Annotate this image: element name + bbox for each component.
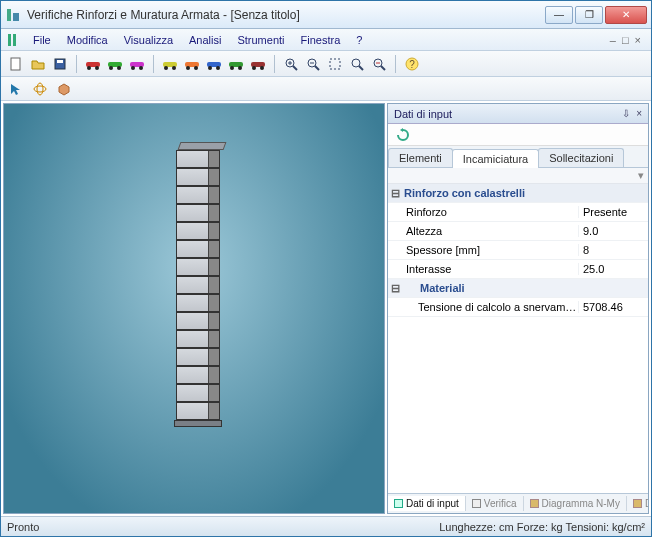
column-model <box>176 142 225 427</box>
menu-visualizza[interactable]: Visualizza <box>116 32 181 48</box>
svg-rect-6 <box>57 60 63 63</box>
new-icon[interactable] <box>7 55 25 73</box>
car-icon-5[interactable] <box>183 55 201 73</box>
panel-title-text: Dati di input <box>394 108 452 120</box>
svg-point-23 <box>208 66 212 70</box>
object-icon[interactable] <box>55 80 73 98</box>
btab-diagramma-nmy[interactable]: Diagramma N-My <box>524 496 627 511</box>
menu-analisi[interactable]: Analisi <box>181 32 229 48</box>
btab-diagramma-nmz[interactable]: Diagramma N-Mz <box>627 496 648 511</box>
svg-point-30 <box>260 66 264 70</box>
titlebar[interactable]: Verifiche Rinforzi e Muratura Armata - [… <box>1 1 651 29</box>
row-altezza[interactable]: Altezza 9.0 <box>388 222 648 241</box>
tab-elementi[interactable]: Elementi <box>388 148 453 167</box>
3d-viewport[interactable] <box>3 103 385 514</box>
refresh-icon[interactable] <box>394 126 412 144</box>
svg-point-29 <box>252 66 256 70</box>
svg-rect-1 <box>13 13 19 21</box>
status-left: Pronto <box>7 521 39 533</box>
pin-icon[interactable]: ⇩ <box>622 108 630 119</box>
svg-point-18 <box>172 66 176 70</box>
select-icon[interactable] <box>7 80 25 98</box>
svg-point-45 <box>37 83 43 95</box>
svg-rect-38 <box>330 59 340 69</box>
svg-rect-2 <box>8 34 11 46</box>
row-tensione[interactable]: Tensione di calcolo a snervamento dell'a… <box>388 298 648 317</box>
svg-point-8 <box>87 66 91 70</box>
input-data-panel: Dati di input ⇩ × Elementi Incamiciatura… <box>387 103 649 514</box>
svg-line-32 <box>293 66 297 70</box>
property-tabs: Elementi Incamiciatura Sollecitazioni <box>388 146 648 168</box>
row-interasse[interactable]: Interasse 25.0 <box>388 260 648 279</box>
statusbar: Pronto Lunghezze: cm Forze: kg Tensioni:… <box>1 516 651 536</box>
zoom-out-icon[interactable] <box>304 55 322 73</box>
car-icon-2[interactable] <box>106 55 124 73</box>
svg-point-11 <box>109 66 113 70</box>
menu-file[interactable]: File <box>25 32 59 48</box>
view-3d-icon[interactable] <box>31 80 49 98</box>
svg-line-40 <box>359 66 363 70</box>
tab-incamiciatura[interactable]: Incamiciatura <box>452 149 539 168</box>
svg-point-12 <box>117 66 121 70</box>
svg-point-39 <box>352 59 360 67</box>
menubar: File Modifica Visualizza Analisi Strumen… <box>1 29 651 51</box>
car-icon-8[interactable] <box>249 55 267 73</box>
collapse-icon[interactable]: ⊟ <box>388 282 402 295</box>
collapse-icon[interactable]: ⊟ <box>388 187 402 200</box>
svg-rect-3 <box>13 34 16 46</box>
save-icon[interactable] <box>51 55 69 73</box>
help-icon[interactable]: ? <box>403 55 421 73</box>
btab-verifica[interactable]: Verifica <box>466 496 524 511</box>
app-window: Verifiche Rinforzi e Muratura Armata - [… <box>0 0 652 537</box>
row-rinforzo[interactable]: Rinforzo Presente <box>388 203 648 222</box>
zoom-window-icon[interactable] <box>326 55 344 73</box>
svg-text:?: ? <box>409 59 415 70</box>
car-icon-4[interactable] <box>161 55 179 73</box>
row-spessore[interactable]: Spessore [mm] 8 <box>388 241 648 260</box>
svg-point-14 <box>131 66 135 70</box>
menu-help[interactable]: ? <box>348 32 370 48</box>
secondary-toolbar <box>1 77 651 101</box>
svg-point-27 <box>238 66 242 70</box>
svg-point-17 <box>164 66 168 70</box>
zoom-prev-icon[interactable] <box>370 55 388 73</box>
client-area: Dati di input ⇩ × Elementi Incamiciatura… <box>1 101 651 516</box>
svg-point-24 <box>216 66 220 70</box>
btab-dati-input[interactable]: Dati di input <box>388 496 466 511</box>
menu-strumenti[interactable]: Strumenti <box>229 32 292 48</box>
zoom-fit-icon[interactable] <box>348 55 366 73</box>
tab-sollecitazioni[interactable]: Sollecitazioni <box>538 148 624 167</box>
group-materiali[interactable]: ⊟ Materiali <box>388 279 648 298</box>
open-icon[interactable] <box>29 55 47 73</box>
panel-close-icon[interactable]: × <box>636 108 642 119</box>
car-icon-7[interactable] <box>227 55 245 73</box>
svg-point-26 <box>230 66 234 70</box>
app-icon <box>5 7 21 23</box>
car-icon-6[interactable] <box>205 55 223 73</box>
mdi-close-button[interactable]: × <box>635 34 641 46</box>
car-icon-1[interactable] <box>84 55 102 73</box>
group-rinforzo[interactable]: ⊟ Rinforzo con calastrelli <box>388 184 648 203</box>
menu-modifica[interactable]: Modifica <box>59 32 116 48</box>
svg-point-21 <box>194 66 198 70</box>
close-button[interactable]: ✕ <box>605 6 647 24</box>
svg-point-20 <box>186 66 190 70</box>
svg-point-15 <box>139 66 143 70</box>
car-icon-3[interactable] <box>128 55 146 73</box>
expand-toggle[interactable]: ▾ <box>388 168 648 184</box>
menu-finestra[interactable]: Finestra <box>293 32 349 48</box>
panel-toolbar <box>388 124 648 146</box>
svg-rect-4 <box>11 58 20 70</box>
property-grid: ▾ ⊟ Rinforzo con calastrelli Rinforzo Pr… <box>388 168 648 493</box>
svg-point-44 <box>34 86 46 92</box>
svg-line-36 <box>315 66 319 70</box>
maximize-button[interactable]: ❐ <box>575 6 603 24</box>
mdi-restore-button[interactable]: □ <box>622 34 629 46</box>
svg-rect-0 <box>7 9 11 21</box>
status-right: Lunghezze: cm Forze: kg Tensioni: kg/cm² <box>439 521 645 533</box>
zoom-in-icon[interactable] <box>282 55 300 73</box>
minimize-button[interactable]: — <box>545 6 573 24</box>
svg-point-9 <box>95 66 99 70</box>
mdi-minimize-button[interactable]: – <box>610 34 616 46</box>
panel-titlebar[interactable]: Dati di input ⇩ × <box>388 104 648 124</box>
